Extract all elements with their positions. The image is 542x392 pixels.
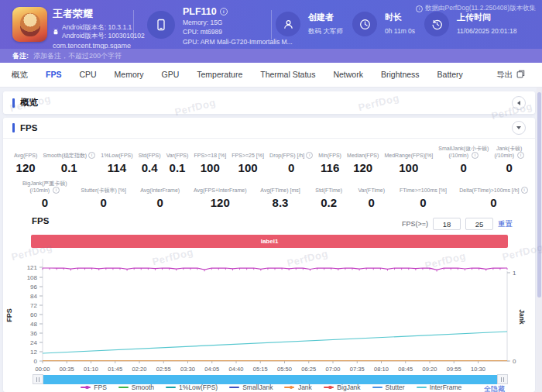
stat-label-text: Avg(FPS+InterFrame): [194, 187, 247, 194]
fps-collapse-button[interactable]: [512, 121, 526, 135]
export-button[interactable]: 导出: [496, 63, 525, 87]
creator-value: 数码 大军师: [308, 27, 343, 36]
stat-Std(FPS): Std(FPS)0.4: [139, 143, 161, 174]
stat-label-line1: Avg(FPS): [14, 153, 37, 158]
y-tick-label: 24: [30, 339, 37, 346]
page-scrollbar[interactable]: [537, 88, 542, 392]
legend-item-Stutter[interactable]: Stutter: [372, 383, 405, 391]
legend-item-SmallJank[interactable]: SmallJank: [229, 383, 273, 391]
stat-value: 0: [463, 196, 524, 209]
x-tick-label: 00:00: [36, 366, 50, 373]
legend-label: 1%Low(FPS): [179, 383, 218, 391]
legend-item-Jank[interactable]: Jank: [284, 383, 311, 391]
stat-value: 120: [347, 161, 379, 174]
stat-value: 114: [101, 161, 132, 174]
stat-MedRange(FPS)[%]: MedRange(FPS)[%]100: [384, 143, 433, 174]
stat-label-line1: Avg(InterFrame): [140, 187, 180, 193]
x-tick-label: 08:10: [374, 366, 389, 373]
tab-FPS[interactable]: FPS: [46, 70, 61, 81]
tab-Battery[interactable]: Battery: [437, 70, 463, 81]
stat-label-text: Avg(InterFrame): [140, 187, 180, 194]
info-icon[interactable]: i: [53, 187, 60, 194]
info-icon[interactable]: i: [521, 187, 528, 194]
x-tick-label: 04:40: [229, 366, 244, 373]
tab-CPU[interactable]: CPU: [79, 70, 96, 81]
tab-Brightness[interactable]: Brightness: [381, 70, 420, 81]
stat-label-line1: Median(FPS): [347, 153, 379, 158]
device-model: PLF110: [183, 6, 217, 17]
info-icon[interactable]: i: [306, 152, 313, 159]
stat-label: Drop(FPS) [/h]i: [269, 143, 313, 159]
fps-threshold-input-1[interactable]: [433, 218, 461, 230]
y-axis-left-title: FPS: [5, 308, 13, 322]
upload-time-history-icon: [424, 12, 449, 36]
fps-section-header: FPS: [3, 118, 535, 139]
overview-section-title: 概览: [12, 97, 38, 108]
duration-value: 0h 11m 0s: [385, 27, 415, 35]
perfdog-report-screen: 王者荣耀 Android版本名: 10.3.1.1 Android版本号: 10…: [0, 0, 542, 392]
legend-label: InterFrame: [430, 383, 462, 391]
stat-label-text: FPS>=25 [%]: [232, 152, 264, 159]
stat-Avg(InterFrame): Avg(InterFrame)0: [142, 178, 178, 209]
stat-Avg(FPS+InterFrame): Avg(FPS+InterFrame)120: [197, 178, 244, 209]
stat-label: FTime>=100ms [%]: [402, 178, 444, 194]
series-line-InterFrame[interactable]: [43, 332, 507, 353]
annotation-label: label1: [261, 238, 279, 245]
y-tick-label: 36: [30, 330, 37, 337]
stat-label-line1: Delta(FTime)>100ms [/h]: [459, 187, 519, 193]
info-icon[interactable]: i: [517, 152, 524, 159]
overview-collapse-button[interactable]: [512, 96, 526, 110]
stat-value: 0: [269, 161, 313, 174]
x-tick-label: 05:50: [277, 366, 292, 373]
tab-Memory[interactable]: Memory: [115, 70, 144, 81]
stat-label-text: Std(FPS): [139, 152, 161, 159]
note-bar[interactable]: 备注: 添加备注，不超过200个字符: [0, 49, 542, 63]
x-tick-label: 02:55: [156, 366, 171, 373]
fps-threshold-input-2[interactable]: [465, 218, 493, 230]
device-info-icon[interactable]: i: [220, 8, 228, 15]
stat-value: 0: [142, 196, 178, 209]
stat-label-line1: FPS>=18 [%]: [194, 153, 226, 158]
tab-概览[interactable]: 概览: [12, 70, 28, 81]
stat-label-text: Avg(FTime) [ms]: [260, 187, 300, 194]
stat-label-text: SmallJank(微小卡顿)(/10min) i: [438, 145, 489, 159]
fps-line-chart[interactable]: 121108968472604836241201000:0000:3501:10…: [0, 251, 542, 375]
legend-item-FPS[interactable]: FPS: [81, 383, 107, 391]
reset-link[interactable]: 重置: [498, 219, 513, 229]
upload-time-block: 上传时间 11/06/2025 20:01:18: [457, 12, 516, 35]
legend-item-Smooth[interactable]: Smooth: [118, 383, 154, 391]
legend-item-BigJank[interactable]: BigJank: [324, 383, 361, 391]
legend-label: Jank: [298, 383, 312, 391]
android-version-name: Android版本名: 10.3.1.1: [62, 23, 145, 32]
stat-label-text: BigJank(严重卡顿)(/10min) i: [22, 180, 67, 194]
chart-annotation-banner[interactable]: label1: [31, 235, 508, 248]
stat-label: Min(FPS): [318, 143, 341, 159]
hide-all-link[interactable]: 全隐藏: [484, 384, 505, 392]
stat-value: 100: [232, 161, 264, 174]
stat-label: SmallJank(微小卡顿)(/10min) i: [438, 143, 489, 159]
tab-GPU[interactable]: GPU: [162, 70, 180, 81]
x-tick-label: 08:45: [398, 366, 413, 373]
export-icon: [516, 70, 525, 80]
duration-clock-icon: [352, 12, 377, 36]
tab-Thermal Status[interactable]: Thermal Status: [260, 70, 315, 81]
stat-value: 100: [194, 161, 226, 174]
legend-item-InterFrame[interactable]: InterFrame: [417, 383, 462, 391]
stat-Avg(FPS): Avg(FPS)120: [14, 143, 37, 174]
y-tick-label: 108: [27, 274, 38, 281]
info-icon[interactable]: i: [472, 152, 479, 159]
page-scrollbar-thumb[interactable]: [537, 92, 541, 297]
stat-Drop(FPS) [/h]: Drop(FPS) [/h]i0: [269, 143, 313, 174]
tab-Network[interactable]: Network: [333, 70, 363, 81]
x-tick-label: 05:15: [253, 366, 268, 373]
stat-value: 0: [84, 196, 124, 209]
y-tick-label: 121: [27, 264, 38, 271]
legend-line-marker: [417, 387, 427, 389]
info-icon[interactable]: i: [88, 152, 95, 159]
legend-line-marker: [229, 387, 239, 389]
legend-item-1%Low(FPS)[interactable]: 1%Low(FPS): [166, 383, 218, 391]
chevron-left-icon: [517, 101, 520, 105]
fps-stats-row-2: BigJank(严重卡顿)(/10min) i0Stutter(卡顿率) [%]…: [3, 174, 535, 209]
stat-Var(FPS): Var(FPS)0.1: [166, 143, 189, 174]
tab-Temperature[interactable]: Temperature: [197, 70, 242, 81]
